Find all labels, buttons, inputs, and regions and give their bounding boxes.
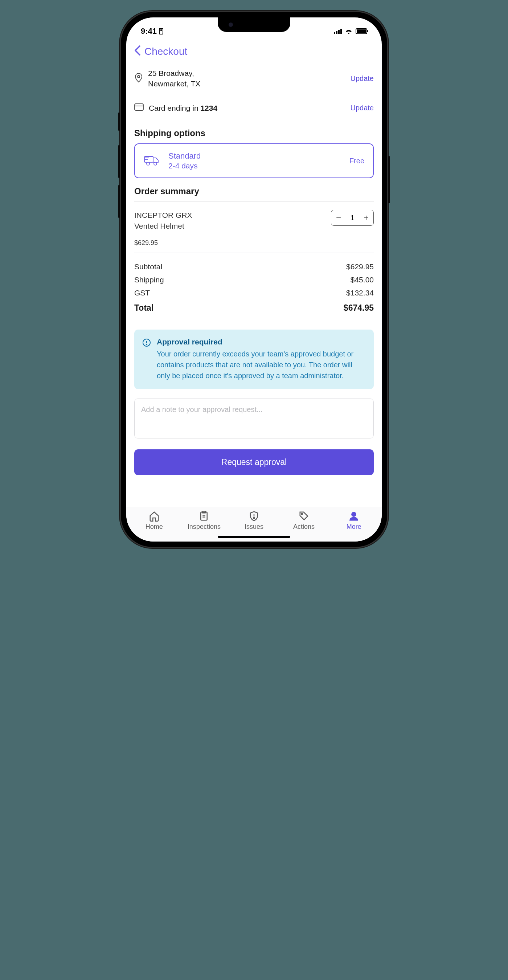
svg-rect-1 (135, 104, 143, 110)
tab-inspections-label: Inspections (187, 523, 221, 531)
shipping-option-standard[interactable]: Standard 2-4 days Free (134, 143, 374, 178)
status-time: 9:41 (141, 27, 157, 36)
home-indicator[interactable] (218, 536, 290, 538)
face-id-icon (159, 28, 163, 35)
volume-down-button (118, 185, 120, 218)
tag-icon (298, 511, 310, 522)
gst-value: $132.34 (346, 288, 374, 297)
subtotal-value: $629.95 (346, 262, 374, 271)
svg-point-4 (147, 162, 149, 165)
alert-title: Approval required (157, 337, 366, 346)
shipping-name: Standard (168, 151, 341, 161)
svg-point-5 (154, 162, 157, 165)
back-button[interactable] (134, 45, 141, 58)
alert-shield-icon (249, 511, 259, 522)
quantity-stepper: − 1 + (331, 210, 374, 226)
info-icon (142, 338, 151, 381)
approval-note-input[interactable] (134, 399, 374, 439)
totals-block: Subtotal $629.95 Shipping $45.00 GST $13… (134, 253, 374, 315)
subtotal-label: Subtotal (134, 262, 162, 271)
shipping-price: Free (349, 157, 364, 165)
shipping-eta: 2-4 days (168, 162, 341, 170)
payment-row: Card ending in 1234 Update (134, 96, 374, 120)
tab-actions[interactable]: Actions (279, 511, 329, 531)
truck-icon (144, 154, 160, 167)
volume-up-button (118, 145, 120, 178)
update-address-link[interactable]: Update (351, 75, 374, 83)
request-approval-button[interactable]: Request approval (134, 449, 374, 475)
alert-body: Your order currently exceeds your team's… (157, 348, 366, 381)
payment-prefix: Card ending in (149, 104, 200, 112)
clipboard-icon (198, 511, 210, 522)
address-line1: 25 Broadway, (148, 68, 345, 78)
screen: 9:41 Checkout 25 Broadwa (126, 18, 382, 541)
shipping-value: $45.00 (351, 275, 374, 284)
tab-issues-label: Issues (244, 523, 264, 531)
tab-actions-label: Actions (293, 523, 314, 531)
svg-point-10 (146, 344, 147, 345)
qty-increase-button[interactable]: + (359, 210, 373, 225)
approval-alert: Approval required Your order currently e… (134, 329, 374, 389)
svg-point-0 (138, 75, 140, 78)
total-label: Total (134, 303, 154, 313)
notch (218, 18, 290, 32)
phone-frame: 9:41 Checkout 25 Broadwa (120, 11, 388, 548)
svg-point-16 (254, 518, 255, 519)
item-price: $629.95 (134, 239, 374, 247)
address-line2: Newmarket, TX (148, 78, 345, 89)
location-icon (134, 73, 143, 84)
content-scroll[interactable]: 25 Broadway, Newmarket, TX Update Card e… (126, 61, 382, 507)
summary-heading: Order summary (134, 178, 374, 202)
cellular-icon (334, 28, 342, 34)
person-icon (348, 511, 359, 522)
tab-more-label: More (346, 523, 361, 531)
svg-point-18 (352, 512, 356, 517)
qty-value: 1 (346, 213, 359, 222)
update-payment-link[interactable]: Update (351, 104, 374, 112)
tab-issues[interactable]: Issues (229, 511, 279, 531)
tab-bar: Home Inspections Issues Actions More (126, 507, 382, 541)
tab-inspections[interactable]: Inspections (179, 511, 229, 531)
item-name-line2: Vented Helmet (134, 221, 192, 231)
qty-decrease-button[interactable]: − (331, 210, 346, 225)
shipping-label: Shipping (134, 275, 164, 284)
address-text: 25 Broadway, Newmarket, TX (148, 68, 345, 89)
item-name-line1: INCEPTOR GRX (134, 210, 192, 220)
payment-text: Card ending in 1234 (149, 103, 345, 113)
power-button (388, 156, 390, 203)
tab-more[interactable]: More (329, 511, 379, 531)
svg-point-17 (301, 513, 302, 515)
card-icon (134, 103, 144, 112)
shipping-heading: Shipping options (134, 120, 374, 143)
home-icon (149, 511, 160, 522)
wifi-icon (345, 28, 353, 34)
tab-home[interactable]: Home (129, 511, 179, 531)
nav-header: Checkout (126, 39, 382, 61)
address-row: 25 Broadway, Newmarket, TX Update (134, 61, 374, 96)
volume-switch (118, 113, 120, 130)
payment-last4: 1234 (200, 104, 217, 112)
order-item: INCEPTOR GRX Vented Helmet − 1 + $629.95 (134, 202, 374, 253)
page-title: Checkout (144, 46, 187, 57)
tab-home-label: Home (146, 523, 163, 531)
total-value: $674.95 (344, 303, 374, 313)
gst-label: GST (134, 288, 150, 297)
battery-icon (356, 28, 367, 34)
